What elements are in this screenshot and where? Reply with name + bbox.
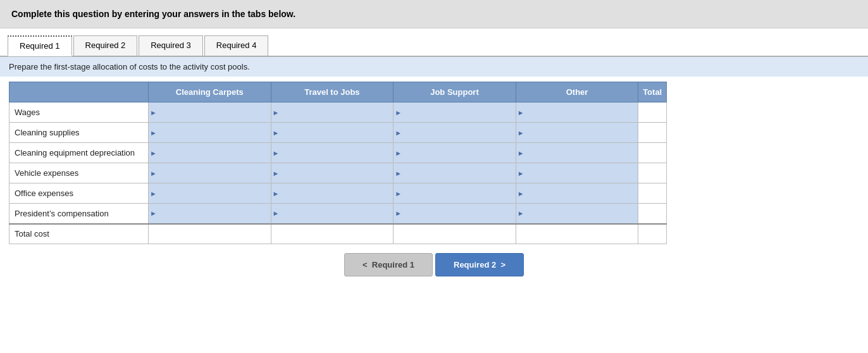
cs-travel-input[interactable] xyxy=(271,123,394,142)
cell-arrow-icon: ► xyxy=(150,109,157,116)
cell-arrow-icon: ► xyxy=(273,129,280,137)
tc-travel-cell xyxy=(271,224,394,244)
wages-jobsupport-input[interactable] xyxy=(394,102,516,122)
pc-cleaning-cell[interactable]: ► xyxy=(149,204,271,224)
oe-total-cell xyxy=(638,183,667,204)
ced-cleaning-cell[interactable]: ► xyxy=(149,143,271,163)
tc-other-cell xyxy=(516,224,638,244)
ve-other-input[interactable] xyxy=(516,163,638,183)
cell-arrow-icon: ► xyxy=(518,170,524,177)
cell-arrow-icon: ► xyxy=(395,209,402,217)
ced-jobsupport-input[interactable] xyxy=(394,143,516,163)
oe-other-input[interactable] xyxy=(516,183,638,203)
ced-other-cell[interactable]: ► xyxy=(516,143,638,163)
ve-cleaning-cell[interactable]: ► xyxy=(149,163,271,183)
pc-travel-cell[interactable]: ► xyxy=(271,204,394,224)
tab-required3[interactable]: Required 3 xyxy=(139,35,203,56)
cs-jobsupport-input[interactable] xyxy=(394,123,516,142)
pc-travel-input[interactable] xyxy=(271,204,394,223)
table-wrapper: Cleaning Carpets Travel to Jobs Job Supp… xyxy=(0,82,868,244)
row-label-ced: Cleaning equipment depreciation xyxy=(9,143,149,163)
ced-total-cell xyxy=(638,143,667,163)
nav-buttons: < Required 1 Required 2 > xyxy=(0,253,868,287)
wages-jobsupport-cell[interactable]: ► xyxy=(394,102,516,123)
tc-jobsupport-cell xyxy=(394,224,516,244)
pc-jobsupport-input[interactable] xyxy=(394,204,516,223)
cost-allocation-table: Cleaning Carpets Travel to Jobs Job Supp… xyxy=(9,82,667,244)
wages-travel-cell[interactable]: ► xyxy=(271,102,394,123)
wages-other-input[interactable] xyxy=(516,102,638,122)
wages-cleaning-input[interactable] xyxy=(149,102,271,122)
prev-arrow-icon: < xyxy=(363,260,368,269)
cell-arrow-icon: ► xyxy=(150,170,157,177)
pc-other-cell[interactable]: ► xyxy=(516,204,638,224)
ced-travel-input[interactable] xyxy=(271,143,394,163)
ced-cleaning-input[interactable] xyxy=(149,143,271,163)
ve-jobsupport-cell[interactable]: ► xyxy=(394,163,516,183)
pc-cleaning-input[interactable] xyxy=(149,204,271,223)
cs-cleaning-cell[interactable]: ► xyxy=(149,123,271,143)
tab-required1[interactable]: Required 1 xyxy=(8,35,72,56)
oe-jobsupport-cell[interactable]: ► xyxy=(394,183,516,204)
cell-arrow-icon: ► xyxy=(150,149,157,157)
instruction-bar: Complete this question by entering your … xyxy=(0,0,868,28)
col-header-other: Other xyxy=(516,82,638,102)
cell-arrow-icon: ► xyxy=(518,209,524,217)
col-header-total: Total xyxy=(638,82,667,102)
cell-arrow-icon: ► xyxy=(150,190,157,197)
wages-total-cell xyxy=(638,102,667,123)
pc-jobsupport-cell[interactable]: ► xyxy=(394,204,516,224)
oe-cleaning-cell[interactable]: ► xyxy=(149,183,271,204)
ve-other-cell[interactable]: ► xyxy=(516,163,638,183)
oe-travel-input[interactable] xyxy=(271,183,394,203)
cell-arrow-icon: ► xyxy=(273,209,280,217)
ve-cleaning-input[interactable] xyxy=(149,163,271,183)
cs-travel-cell[interactable]: ► xyxy=(271,123,394,143)
ve-travel-cell[interactable]: ► xyxy=(271,163,394,183)
oe-travel-cell[interactable]: ► xyxy=(271,183,394,204)
cs-cleaning-input[interactable] xyxy=(149,123,271,142)
ced-other-input[interactable] xyxy=(516,143,638,163)
row-label-office: Office expenses xyxy=(9,183,149,204)
row-label-cleaning-supplies: Cleaning supplies xyxy=(9,123,149,143)
tabs-container: Required 1 Required 2 Required 3 Require… xyxy=(0,28,868,57)
cs-jobsupport-cell[interactable]: ► xyxy=(394,123,516,143)
ced-travel-cell[interactable]: ► xyxy=(271,143,394,163)
table-row: Office expenses ► ► ► xyxy=(9,183,667,204)
oe-cleaning-input[interactable] xyxy=(149,183,271,203)
oe-other-cell[interactable]: ► xyxy=(516,183,638,204)
next-button[interactable]: Required 2 > xyxy=(435,253,524,276)
cell-arrow-icon: ► xyxy=(273,170,280,177)
cs-other-cell[interactable]: ► xyxy=(516,123,638,143)
row-label-vehicle: Vehicle expenses xyxy=(9,163,149,183)
cell-arrow-icon: ► xyxy=(273,190,280,197)
tab-required2[interactable]: Required 2 xyxy=(73,35,138,56)
cs-total-cell xyxy=(638,123,667,143)
sub-instruction: Prepare the first-stage allocation of co… xyxy=(0,57,868,77)
table-row: Vehicle expenses ► ► ► xyxy=(9,163,667,183)
tab-required4[interactable]: Required 4 xyxy=(204,35,269,56)
tc-cleaning-cell xyxy=(149,224,271,244)
row-label-president: President’s compensation xyxy=(9,204,149,224)
oe-jobsupport-input[interactable] xyxy=(394,183,516,203)
table-row: Cleaning supplies ► ► ► xyxy=(9,123,667,143)
wages-other-cell[interactable]: ► xyxy=(516,102,638,123)
wages-travel-input[interactable] xyxy=(271,102,394,122)
ve-total-cell xyxy=(638,163,667,183)
ced-jobsupport-cell[interactable]: ► xyxy=(394,143,516,163)
col-header-travel: Travel to Jobs xyxy=(271,82,394,102)
ve-travel-input[interactable] xyxy=(271,163,394,183)
ve-jobsupport-input[interactable] xyxy=(394,163,516,183)
table-row: Cleaning equipment depreciation ► ► xyxy=(9,143,667,163)
cell-arrow-icon: ► xyxy=(395,109,402,116)
row-label-wages: Wages xyxy=(9,102,149,123)
col-header-label xyxy=(9,82,149,102)
cell-arrow-icon: ► xyxy=(518,149,524,157)
pc-total-cell xyxy=(638,204,667,224)
col-header-job-support: Job Support xyxy=(394,82,516,102)
wages-cleaning-cell[interactable]: ► xyxy=(149,102,271,123)
next-arrow-icon: > xyxy=(500,260,505,269)
pc-other-input[interactable] xyxy=(516,204,638,223)
cs-other-input[interactable] xyxy=(516,123,638,142)
prev-button[interactable]: < Required 1 xyxy=(344,253,433,276)
